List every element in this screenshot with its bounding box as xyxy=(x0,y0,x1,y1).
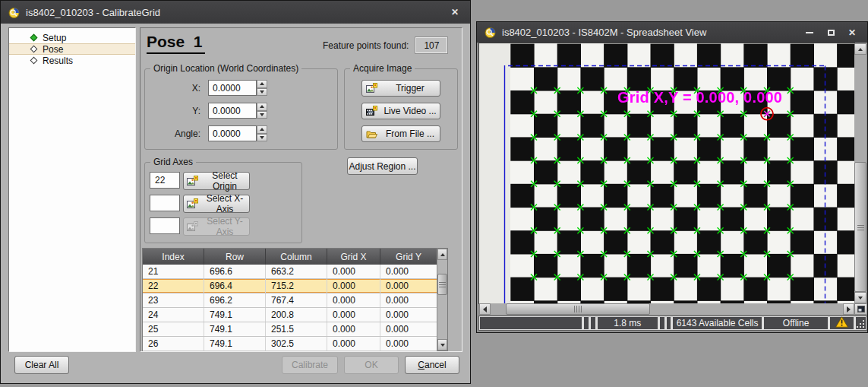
scroll-right-icon[interactable] xyxy=(843,303,854,315)
table-cell: 0.000 xyxy=(380,279,437,293)
sidebar-item-results[interactable]: Results xyxy=(9,55,135,66)
spin-down-icon[interactable] xyxy=(257,134,267,142)
select-origin-button[interactable]: Select Origin xyxy=(183,172,250,190)
sidebar-item-setup[interactable]: Setup xyxy=(9,32,135,43)
image-view: Grid X,Y = 0.000, 0.000 xyxy=(478,43,855,304)
table-row[interactable]: 22696.4715.20.0000.000 xyxy=(143,279,437,293)
full-image-view-button[interactable] xyxy=(854,303,867,315)
table-scrollbar[interactable] xyxy=(437,249,447,351)
table-scrollbar-thumb[interactable] xyxy=(437,274,447,295)
cancel-button[interactable]: Cancel xyxy=(405,356,459,374)
field-label: Angle: xyxy=(145,128,208,139)
image-vertical-scrollbar[interactable] xyxy=(854,43,866,303)
coordinate-field-row: X: 0.0000 xyxy=(145,80,267,96)
spin-down-icon[interactable] xyxy=(257,111,267,119)
y-input[interactable]: 0.0000 xyxy=(208,103,257,119)
select-point-icon xyxy=(187,176,198,187)
horizontal-scrollbar-thumb[interactable] xyxy=(506,303,650,315)
status-bar: 1.8 ms 6143 Available Cells Offline xyxy=(478,316,867,331)
minimize-icon[interactable] xyxy=(802,27,817,39)
status-separator xyxy=(584,317,589,329)
spreadsheet-view-window: is8402_010203 - IS8402M - Spreadsheet Vi… xyxy=(476,21,868,333)
origin-location-group: Origin Location (World Coordinates) X: 0… xyxy=(144,68,338,150)
sidebar-item-label: Results xyxy=(43,56,73,66)
table-row[interactable]: 25749.1251.50.0000.000 xyxy=(143,322,437,337)
feature-points-label: Feature points found: xyxy=(323,40,409,51)
ok-button: OK xyxy=(344,356,399,374)
table-cell: 749.1 xyxy=(204,337,266,351)
sidebar-item-label: Pose xyxy=(43,44,63,55)
table-header-row: IndexRowColumnGrid XGrid Y xyxy=(143,249,437,265)
step-status-icon xyxy=(30,46,38,53)
adjust-region-button[interactable]: Adjust Region ... xyxy=(347,157,418,175)
spinner xyxy=(257,103,267,119)
table-cell: 696.6 xyxy=(204,265,266,278)
table-row[interactable]: 21696.6663.20.0000.000 xyxy=(143,265,437,279)
table-row[interactable]: 26749.1302.50.0000.000 xyxy=(143,337,437,351)
table-row[interactable]: 23696.2767.40.0000.000 xyxy=(143,293,437,308)
column-header-grid-y: Grid Y xyxy=(380,249,437,265)
table-cell: 715.2 xyxy=(266,279,327,293)
table-cell: 0.000 xyxy=(327,265,380,278)
from-file-button[interactable]: From File ... xyxy=(361,125,440,142)
spin-up-icon[interactable] xyxy=(257,125,267,134)
resize-grip[interactable] xyxy=(856,317,866,329)
spreadsheet-window-title: is8402_010203 - IS8402M - Spreadsheet Vi… xyxy=(502,27,796,38)
field-label: Y: xyxy=(145,106,208,116)
connection-status: Offline xyxy=(764,317,829,329)
pose-panel: Pose 1 Feature points found: 107 Origin … xyxy=(140,27,462,352)
warning-icon xyxy=(835,316,848,330)
spin-down-icon[interactable] xyxy=(257,88,267,97)
column-header-grid-x: Grid X xyxy=(327,249,380,265)
table-cell: 302.5 xyxy=(266,337,327,351)
table-cell: 749.1 xyxy=(204,322,266,336)
table-cell: 24 xyxy=(143,308,204,322)
insight-app-icon xyxy=(485,27,496,38)
axes-index-input[interactable] xyxy=(150,195,180,211)
select-x-axis-button[interactable]: Select X-Axis xyxy=(183,195,250,213)
status-separator xyxy=(667,317,671,329)
table-cell: 0.000 xyxy=(327,322,380,336)
spin-up-icon[interactable] xyxy=(257,80,267,88)
film-strip-icon xyxy=(366,106,377,117)
close-icon[interactable]: ✕ xyxy=(447,6,462,18)
vertical-scrollbar-thumb[interactable] xyxy=(854,162,866,292)
scroll-down-icon[interactable] xyxy=(437,339,447,351)
spinner xyxy=(257,125,267,141)
spreadsheet-window-titlebar[interactable]: is8402_010203 - IS8402M - Spreadsheet Vi… xyxy=(477,22,867,43)
scroll-left-icon[interactable] xyxy=(479,303,491,315)
acquire-image-group: Acquire Image Trigger Live Video ... Fro… xyxy=(344,68,458,150)
table-cell: 0.000 xyxy=(380,265,437,278)
grid-axes-group: Grid Axes 22 Select Origin Select X-Axis… xyxy=(144,162,302,243)
table-cell: 26 xyxy=(143,337,204,351)
origin-location-group-title: Origin Location (World Coordinates) xyxy=(150,63,301,74)
trigger-button[interactable]: Trigger xyxy=(361,80,440,97)
sidebar-item-pose[interactable]: Pose xyxy=(9,43,135,55)
calibration-image-canvas[interactable] xyxy=(479,43,854,303)
angle-input[interactable]: 0.0000 xyxy=(208,125,257,141)
live-video-button[interactable]: Live Video ... xyxy=(361,103,440,119)
sidebar-item-label: Setup xyxy=(43,33,66,43)
acquire-image-group-title: Acquire Image xyxy=(350,63,415,74)
maximize-icon[interactable] xyxy=(823,27,838,39)
table-cell: 23 xyxy=(143,293,204,307)
image-horizontal-scrollbar[interactable] xyxy=(479,303,854,315)
scroll-down-icon[interactable] xyxy=(854,292,866,303)
table-cell: 749.1 xyxy=(204,308,266,322)
axes-index-input[interactable] xyxy=(150,217,180,234)
table-row[interactable]: 24749.1200.80.0000.000 xyxy=(143,308,437,322)
close-icon[interactable]: ✕ xyxy=(844,27,860,39)
column-header-column: Column xyxy=(266,249,327,265)
scroll-up-icon[interactable] xyxy=(437,249,447,260)
column-header-index: Index xyxy=(143,249,204,265)
axes-index-input[interactable]: 22 xyxy=(150,172,180,189)
warning-status[interactable] xyxy=(830,317,854,329)
spin-up-icon[interactable] xyxy=(257,103,267,111)
table-cell: 200.8 xyxy=(266,308,327,322)
calibrate-window-titlebar[interactable]: is8402_010203 - CalibrateGrid ✕ xyxy=(1,1,470,24)
clear-all-button[interactable]: Clear All xyxy=(14,356,69,374)
table-cell: 0.000 xyxy=(327,293,380,307)
grid-coordinates-overlay: Grid X,Y = 0.000, 0.000 xyxy=(617,89,782,106)
scroll-up-icon[interactable] xyxy=(854,43,866,55)
x-input[interactable]: 0.0000 xyxy=(208,80,257,96)
